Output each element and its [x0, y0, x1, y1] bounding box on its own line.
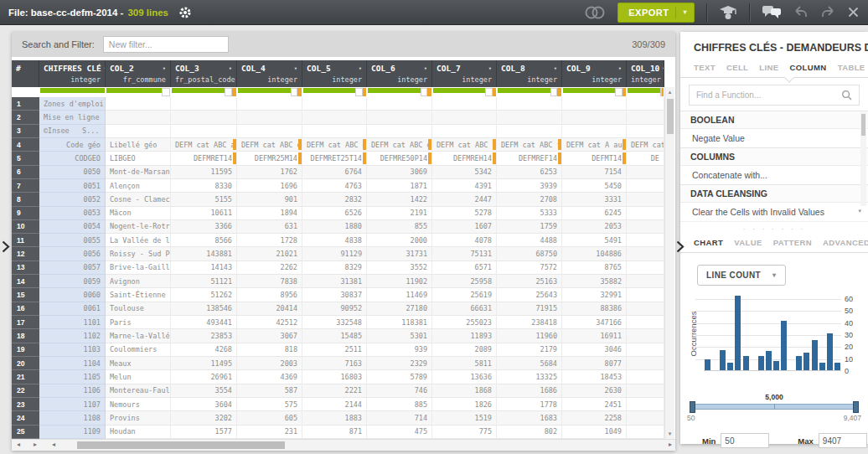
row-number[interactable]: 9 [12, 207, 39, 220]
table-cell[interactable]: 2329 [367, 357, 432, 370]
column-header[interactable]: COL_4▾integer [237, 60, 302, 87]
redo-icon[interactable] [820, 6, 835, 18]
table-cell[interactable]: 7163 [302, 357, 367, 370]
table-cell[interactable]: 2191 [367, 207, 432, 220]
table-cell[interactable]: 3069 [367, 166, 432, 179]
histogram-bar[interactable] [803, 353, 809, 371]
row-number[interactable]: 20 [12, 357, 39, 370]
table-cell[interactable]: 0060 [39, 288, 106, 302]
table-cell[interactable]: 16803 [302, 370, 367, 384]
table-cell[interactable] [237, 97, 302, 111]
table-cell[interactable]: DEFM cat ABC f... [497, 138, 562, 152]
quality-bar[interactable] [497, 87, 562, 97]
table-cell[interactable]: ©Insee S... [39, 125, 106, 138]
table-cell[interactable]: 0052 [39, 193, 106, 206]
table-cell[interactable] [627, 384, 664, 398]
table-cell[interactable]: 25643 [497, 288, 562, 302]
table-cell[interactable] [627, 398, 664, 411]
table-cell[interactable]: 0054 [39, 220, 106, 234]
table-cell[interactable] [106, 125, 171, 138]
table-cell[interactable]: Montereau-Faul... [106, 384, 171, 398]
row-number[interactable]: 11 [12, 234, 39, 247]
table-cell[interactable] [497, 97, 562, 111]
table-cell[interactable]: 2003 [237, 357, 302, 370]
tab-column[interactable]: COLUMN [790, 63, 827, 72]
table-cell[interactable]: 3554 [171, 384, 237, 398]
table-cell[interactable]: 4838 [302, 234, 367, 247]
table-cell[interactable]: 238418 [497, 316, 562, 329]
slider-handle-max[interactable] [853, 401, 859, 413]
table-cell[interactable]: 6526 [302, 207, 367, 220]
table-cell[interactable]: 0053 [39, 207, 106, 220]
scroll-up-icon[interactable]: ▴ [665, 89, 674, 95]
table-cell[interactable]: 1107 [39, 398, 106, 411]
table-cell[interactable]: 714 [367, 411, 432, 425]
table-cell[interactable]: 3202 [171, 411, 237, 425]
table-cell[interactable]: 4268 [171, 343, 237, 357]
table-cell[interactable]: 138546 [171, 302, 237, 316]
row-number[interactable]: 2 [12, 111, 39, 124]
column-menu-caret-icon[interactable]: ▾ [163, 65, 166, 72]
tab-text[interactable]: TEXT [694, 63, 716, 72]
row-number[interactable]: 14 [12, 275, 39, 288]
function-search-input[interactable] [696, 90, 841, 100]
table-cell[interactable]: 2000 [367, 234, 432, 247]
table-cell[interactable]: 13636 [432, 370, 497, 384]
table-cell[interactable]: 871 [302, 426, 367, 439]
table-cell[interactable]: 31381 [302, 275, 367, 288]
table-cell[interactable]: 21021 [237, 247, 302, 261]
close-icon[interactable] [847, 6, 860, 18]
table-cell[interactable] [627, 329, 664, 343]
table-cell[interactable]: CODGEO [39, 152, 106, 165]
row-number[interactable]: 10 [12, 220, 39, 234]
table-cell[interactable]: Mise en ligne ... [39, 111, 106, 124]
column-header[interactable]: COL_2▾fr_commune [106, 60, 171, 87]
row-number[interactable]: 22 [12, 384, 39, 398]
table-cell[interactable]: 1108 [39, 411, 106, 425]
table-cell[interactable] [627, 179, 664, 193]
table-cell[interactable]: Zones d'emploi... [39, 97, 106, 111]
table-cell[interactable]: 1759 [497, 220, 562, 234]
table-cell[interactable]: DEFM cat ABC d... [302, 138, 367, 152]
table-cell[interactable] [237, 125, 302, 138]
table-cell[interactable]: 32991 [562, 288, 627, 302]
table-cell[interactable]: 1519 [432, 411, 497, 425]
table-cell[interactable]: 14143 [171, 261, 237, 275]
horizontal-scroll-thumb[interactable] [77, 441, 285, 449]
table-cell[interactable]: 5278 [432, 207, 497, 220]
table-cell[interactable]: 1422 [367, 193, 432, 206]
row-number[interactable]: 3 [12, 125, 39, 138]
histogram-bar[interactable] [827, 333, 833, 370]
table-cell[interactable] [627, 111, 664, 124]
column-header[interactable]: COL_8▾integer [497, 60, 562, 87]
table-cell[interactable]: Toulouse [106, 302, 171, 316]
row-number[interactable]: 12 [12, 247, 39, 261]
table-cell[interactable]: 23853 [171, 329, 237, 343]
table-cell[interactable]: 1102 [39, 329, 106, 343]
table-cell[interactable]: 4078 [432, 234, 497, 247]
table-cell[interactable]: 255023 [432, 316, 497, 329]
table-cell[interactable]: 4488 [497, 234, 562, 247]
table-cell[interactable] [302, 111, 367, 124]
column-menu-caret-icon[interactable]: ▾ [424, 65, 427, 72]
table-cell[interactable]: 1778 [497, 398, 562, 411]
row-number[interactable]: 24 [12, 411, 39, 425]
column-menu-caret-icon[interactable]: ▾ [618, 65, 622, 72]
quality-bar[interactable] [171, 87, 237, 97]
table-cell[interactable] [627, 357, 664, 370]
table-cell[interactable]: Roissy - Sud P... [106, 247, 171, 261]
table-cell[interactable]: 5155 [171, 193, 237, 206]
table-cell[interactable]: 818 [237, 343, 302, 357]
table-cell[interactable]: 71915 [497, 302, 562, 316]
table-cell[interactable] [367, 125, 432, 138]
table-cell[interactable]: 5342 [432, 166, 497, 179]
table-cell[interactable]: DEFM cat ABC d... [367, 138, 432, 152]
column-header[interactable]: CHIFFRES CLÉ▾integer [39, 60, 106, 87]
table-cell[interactable]: 25958 [432, 275, 497, 288]
row-number[interactable]: 13 [12, 261, 39, 275]
table-cell[interactable]: 6571 [432, 261, 497, 275]
table-cell[interactable]: 775 [432, 426, 497, 439]
row-number[interactable]: 8 [12, 193, 39, 206]
table-cell[interactable]: 8566 [171, 234, 237, 247]
table-cell[interactable] [627, 125, 664, 138]
